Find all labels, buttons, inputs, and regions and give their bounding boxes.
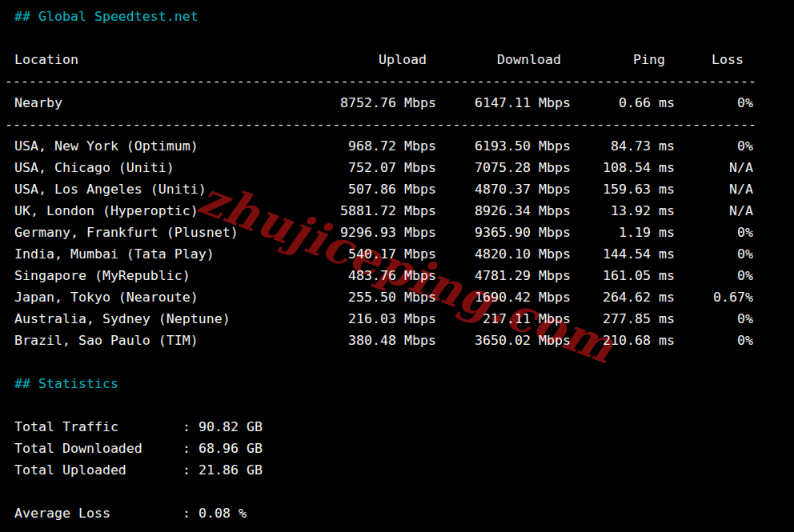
cell-download: 6147.11 Mbps [436,92,571,114]
blank-line [0,351,794,373]
stat-total-traffic: Total Traffic : 90.82 GB [0,416,794,438]
stat-value: 0.08 % [198,502,247,524]
cell-location: USA, Chicago (Uniti) [14,157,304,178]
speedtest-rows: USA, New York (Optimum) 968.72 Mbps 6193… [0,135,794,351]
cell-ping: 1.19 ms [571,222,675,243]
cell-location: Nearby [14,92,304,114]
stat-label: Total Uploaded [14,459,182,481]
cell-location: USA, New York (Optimum) [14,135,304,157]
table-row: USA, Chicago (Uniti) 752.07 Mbps 7075.28… [0,157,794,178]
cell-upload: 752.07 Mbps [304,157,436,178]
table-row: Japan, Tokyo (Nearoute) 255.50 Mbps 1690… [0,286,794,308]
cell-ping: 161.05 ms [571,265,675,286]
stat-value: 90.82 GB [198,416,263,438]
cell-download: 4870.37 Mbps [436,178,571,200]
cell-loss: 0% [675,92,753,114]
header-location: Location [14,49,304,70]
blank-line [0,27,794,49]
stat-total-uploaded: Total Uploaded : 21.86 GB [0,459,794,481]
cell-upload: 8752.76 Mbps [304,92,436,114]
table-row: USA, Los Angeles (Uniti) 507.86 Mbps 487… [0,178,794,200]
cell-download: 7075.28 Mbps [436,157,571,178]
cell-location: Japan, Tokyo (Nearoute) [14,286,304,308]
cell-ping: 84.73 ms [571,135,675,157]
stat-colon: : [182,438,190,459]
cell-loss: N/A [675,157,753,178]
stat-colon: : [182,502,190,524]
table-row: Singapore (MyRepublic) 483.76 Mbps 4781.… [0,265,794,286]
cell-loss: 0% [675,222,753,243]
cell-loss: N/A [675,200,753,222]
cell-upload: 380.48 Mbps [304,330,436,351]
header-download: Download [436,49,571,70]
stat-value: 68.96 GB [198,438,263,459]
blank-line [0,394,794,416]
cell-location: USA, Los Angeles (Uniti) [14,178,304,200]
cell-location: Brazil, Sao Paulo (TIM) [14,330,304,351]
cell-ping: 108.54 ms [571,157,675,178]
cell-location: India, Mumbai (Tata Play) [14,243,304,265]
blank-line [0,481,794,502]
cell-loss: 0% [675,135,753,157]
cell-download: 6193.50 Mbps [436,135,571,157]
stat-value: 21.86 GB [198,459,263,481]
table-header-row: Location Upload Download Ping Loss [0,49,794,70]
table-row: Germany, Frankfurt (Plusnet) 9296.93 Mbp… [0,222,794,243]
header-upload: Upload [304,49,436,70]
separator-line: ----------------------------------------… [0,70,794,92]
table-row-nearby: Nearby 8752.76 Mbps 6147.11 Mbps 0.66 ms… [0,92,794,114]
terminal-window[interactable]: zhujiceping.com ## Global Speedtest.net … [0,0,794,532]
cell-loss: 0.67% [675,286,753,308]
cell-ping: 13.92 ms [571,200,675,222]
cell-upload: 507.86 Mbps [304,178,436,200]
cell-upload: 968.72 Mbps [304,135,436,157]
cell-ping: 264.62 ms [571,286,675,308]
cell-download: 9365.90 Mbps [436,222,571,243]
cell-upload: 483.76 Mbps [304,265,436,286]
stat-colon: : [182,416,190,438]
table-row: India, Mumbai (Tata Play) 540.17 Mbps 48… [0,243,794,265]
header-loss: Loss [675,49,753,70]
table-row: USA, New York (Optimum) 968.72 Mbps 6193… [0,135,794,157]
stat-average-loss: Average Loss : 0.08 % [0,502,794,524]
cell-location: UK, London (Hyperoptic) [14,200,304,222]
cell-ping: 144.54 ms [571,243,675,265]
stat-label: Total Traffic [14,416,182,438]
terminal-output: ## Global Speedtest.net Location Upload … [0,6,794,524]
cell-upload: 9296.93 Mbps [304,222,436,243]
cell-location: Germany, Frankfurt (Plusnet) [14,222,304,243]
cell-loss: 0% [675,243,753,265]
cell-loss: 0% [675,265,753,286]
stat-label: Total Downloaded [14,438,182,459]
cell-ping: 0.66 ms [571,92,675,114]
cell-loss: 0% [675,330,753,351]
header-ping: Ping [571,49,675,70]
section-title-speedtest: ## Global Speedtest.net [0,6,794,27]
section-title-statistics: ## Statistics [0,373,794,394]
cell-download: 4781.29 Mbps [436,265,571,286]
cell-location: Australia, Sydney (Neptune) [14,308,304,330]
cell-ping: 277.85 ms [571,308,675,330]
stat-total-downloaded: Total Downloaded : 68.96 GB [0,438,794,459]
table-row: Brazil, Sao Paulo (TIM) 380.48 Mbps 3650… [0,330,794,351]
cell-ping: 210.68 ms [571,330,675,351]
stat-label: Average Loss [14,502,182,524]
cell-upload: 255.50 Mbps [304,286,436,308]
table-row: UK, London (Hyperoptic) 5881.72 Mbps 892… [0,200,794,222]
cell-loss: 0% [675,308,753,330]
cell-location: Singapore (MyRepublic) [14,265,304,286]
cell-download: 217.11 Mbps [436,308,571,330]
cell-ping: 159.63 ms [571,178,675,200]
cell-download: 1690.42 Mbps [436,286,571,308]
cell-loss: N/A [675,178,753,200]
table-row: Australia, Sydney (Neptune) 216.03 Mbps … [0,308,794,330]
cell-download: 4820.10 Mbps [436,243,571,265]
separator-line: ----------------------------------------… [0,114,794,135]
cell-download: 3650.02 Mbps [436,330,571,351]
cell-upload: 540.17 Mbps [304,243,436,265]
cell-upload: 216.03 Mbps [304,308,436,330]
cell-upload: 5881.72 Mbps [304,200,436,222]
cell-download: 8926.34 Mbps [436,200,571,222]
stat-colon: : [182,459,190,481]
